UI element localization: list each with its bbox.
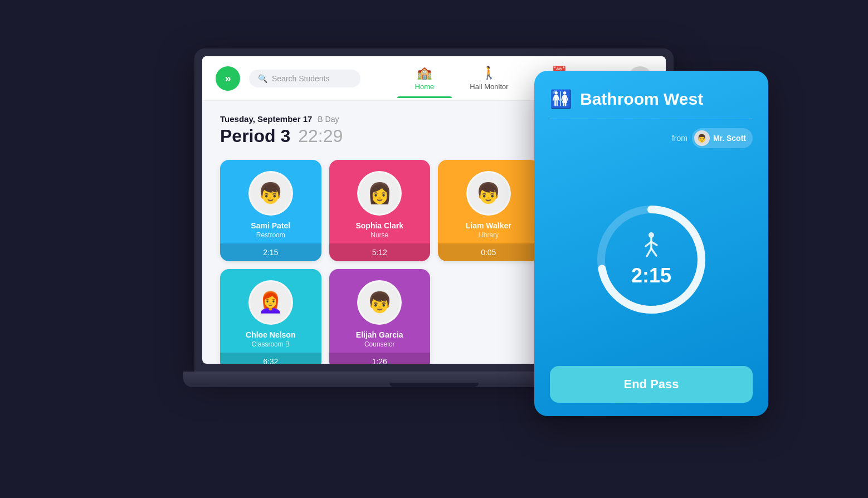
tab-hall-monitor[interactable]: 🚶 Hall Monitor [452,59,526,97]
student-avatar-sophia: 👩 [357,171,402,216]
pass-timer-value: 2:15 [631,264,671,287]
search-icon: 🔍 [258,74,267,83]
student-card-sophia[interactable]: 👩 Sophia Clark Nurse 5:12 [329,160,431,261]
student-name-chloe: Chloe Nelson [241,330,300,339]
hall-monitor-tab-icon: 🚶 [481,66,496,80]
svg-line-7 [651,248,656,256]
pass-panel: 🚻 Bathroom West from 👨 Mr. Scott [534,71,768,416]
student-timer-liam: 0:05 [438,243,539,261]
student-timer-sami: 2:15 [220,243,321,261]
end-pass-button[interactable]: End Pass [550,366,753,403]
pass-header: 🚻 Bathroom West [550,89,753,110]
search-placeholder-text: Search Students [272,74,330,83]
walker-icon [640,232,662,260]
student-name-elijah: Elijah Garcia [352,330,408,339]
day-badge: B Day [318,115,339,124]
student-location-sophia: Nurse [370,231,388,239]
student-location-liam: Library [478,231,499,239]
period-label: Period 3 [220,126,290,147]
home-tab-icon: 🏫 [417,66,432,80]
pass-teacher-name: Mr. Scott [713,134,746,143]
period-timer: 22:29 [298,126,343,147]
home-tab-label: Home [415,82,435,91]
search-bar[interactable]: 🔍 Search Students [249,70,360,87]
pass-teacher-avatar: 👨 [694,130,710,146]
tab-home[interactable]: 🏫 Home [397,59,452,97]
student-timer-elijah: 1:26 [329,353,431,364]
timer-inner: 2:15 [631,232,671,287]
student-card-elijah[interactable]: 👦 Elijah Garcia Counselor 1:26 [329,269,431,364]
student-avatar-chloe: 👩‍🦰 [248,280,293,325]
scene: » 🔍 Search Students 🏫 Home [100,26,768,472]
timer-circle-container: 2:15 [550,162,753,357]
student-name-sami: Sami Patel [246,221,295,230]
pass-teacher-badge: 👨 Mr. Scott [692,128,753,148]
bathroom-icon: 🚻 [550,89,572,110]
student-avatar-elijah: 👦 [357,280,402,325]
pass-divider [550,119,753,119]
student-timer-chloe: 6:32 [220,353,321,364]
date-label: Tuesday, September 17 [220,114,312,124]
logo-icon: » [225,72,231,85]
hall-monitor-tab-label: Hall Monitor [470,82,508,91]
pass-from-row: from 👨 Mr. Scott [550,128,753,148]
student-timer-sophia: 5:12 [329,243,431,261]
student-name-liam: Liam Walker [461,221,516,230]
student-name-sophia: Sophia Clark [351,221,408,230]
pass-title: Bathroom West [580,90,703,109]
student-avatar-liam: 👦 [466,171,511,216]
student-card-sami[interactable]: 👦 Sami Patel Restroom 2:15 [220,160,321,261]
student-avatar-sami: 👦 [248,171,293,216]
pass-from-label: from [672,134,687,143]
nav-logo[interactable]: » [216,66,240,91]
student-location-elijah: Counselor [364,340,395,348]
svg-line-6 [647,248,651,256]
student-location-chloe: Classroom B [251,340,290,348]
student-card-liam[interactable]: 👦 Liam Walker Library 0:05 [438,160,539,261]
student-location-sami: Restroom [256,231,285,239]
student-card-chloe[interactable]: 👩‍🦰 Chloe Nelson Classroom B 6:32 [220,269,321,364]
